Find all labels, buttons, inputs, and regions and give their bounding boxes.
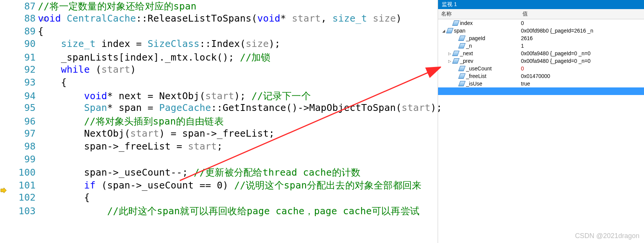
code-line[interactable]: 92 while (start) xyxy=(12,64,442,77)
code-text[interactable]: { xyxy=(38,192,90,203)
code-editor[interactable]: ⊟ 87//将一定数量的对象还给对应的span88void CentralCac… xyxy=(0,0,438,243)
code-text[interactable]: Span* span = PageCache::GetInstance()->M… xyxy=(38,102,442,113)
watch-row[interactable]: _freeList0x01470000 xyxy=(438,72,644,80)
code-line[interactable]: 96 //将对象头插到span的自由链表 xyxy=(12,115,442,128)
code-line[interactable]: 87//将一定数量的对象还给对应的span xyxy=(12,0,442,13)
line-number: 100 xyxy=(12,167,38,178)
watch-var-value: 2616 xyxy=(521,35,644,41)
watch-var-value: 0x00fd98b0 {_pageId=2616 _n xyxy=(521,28,644,34)
watch-name-cell[interactable]: _isUse xyxy=(440,81,521,87)
code-text[interactable]: { xyxy=(38,26,44,37)
watch-var-value: true xyxy=(521,81,644,87)
watch-row[interactable]: ◢span0x00fd98b0 {_pageId=2616 _n xyxy=(438,27,644,34)
watch-var-name: _pageId xyxy=(466,35,485,41)
variable-icon xyxy=(447,28,452,33)
code-line[interactable]: 95 Span* span = PageCache::GetInstance()… xyxy=(12,102,442,115)
watch-row[interactable]: _n1 xyxy=(438,42,644,50)
code-line[interactable]: 97 NextObj(start) = span->_freeList; xyxy=(12,128,442,141)
watch-var-value: 0 xyxy=(521,65,644,72)
watch-name-cell[interactable]: _freeList xyxy=(440,73,521,79)
watch-name-cell[interactable]: _pageId xyxy=(440,35,521,41)
expand-icon[interactable]: ◢ xyxy=(442,29,446,33)
variable-icon xyxy=(453,20,458,26)
code-line[interactable]: 101 if (span->_useCount == 0) //说明这个span… xyxy=(12,179,442,192)
execution-pointer-icon xyxy=(0,185,9,194)
watch-var-name: _prev xyxy=(460,58,473,64)
watch-row[interactable]: index0 xyxy=(438,19,644,27)
line-number: 93 xyxy=(12,77,38,88)
line-number: 95 xyxy=(12,102,38,113)
line-number: 94 xyxy=(12,90,38,101)
expand-icon[interactable]: ▷ xyxy=(448,59,452,63)
code-line[interactable]: 93 { xyxy=(12,77,442,90)
expand-icon[interactable]: ▷ xyxy=(448,51,452,56)
code-line[interactable]: 100 span->_useCount--; //更新被分配给thread ca… xyxy=(12,166,442,179)
code-text[interactable]: while (start) xyxy=(38,64,136,75)
variable-icon xyxy=(459,81,465,86)
line-number: 99 xyxy=(12,154,38,165)
watch-var-name: _next xyxy=(460,50,473,56)
code-line[interactable]: 98 span->_freeList = start; xyxy=(12,141,442,154)
code-text[interactable]: void CentralCache::ReleaseListToSpans(vo… xyxy=(38,13,402,24)
code-line[interactable]: 88void CentralCache::ReleaseListToSpans(… xyxy=(12,13,442,26)
code-line[interactable]: 102 { xyxy=(12,192,442,205)
watch-var-value: 0 xyxy=(521,20,644,26)
watch-var-name: span xyxy=(454,28,465,34)
watch-row[interactable]: _pageId2616 xyxy=(438,34,644,42)
code-text[interactable]: size_t index = SizeClass::Index(size); xyxy=(38,38,281,49)
code-line[interactable]: 94 void* next = NextObj(start); //记录下一个 xyxy=(12,90,442,103)
variable-icon xyxy=(459,73,465,79)
line-number: 96 xyxy=(12,116,38,127)
watch-header: 名称 值 xyxy=(438,9,644,19)
code-text[interactable]: NextObj(start) = span->_freeList; xyxy=(38,128,274,139)
line-number: 87 xyxy=(12,1,38,12)
watch-panel[interactable]: 监视 1 名称 值 index0◢span0x00fd98b0 {_pageId… xyxy=(438,0,644,243)
watch-name-cell[interactable]: ◢span xyxy=(440,28,521,34)
line-number: 101 xyxy=(12,180,38,191)
watch-var-name: _n xyxy=(466,43,472,49)
variable-icon xyxy=(459,43,465,48)
code-text[interactable]: //此时这个span就可以再回收给page cache，page cache可以… xyxy=(38,205,419,217)
code-text[interactable]: void* next = NextObj(start); //记录下一个 xyxy=(38,90,311,102)
line-number: 103 xyxy=(12,206,38,217)
watch-name-cell[interactable]: _n xyxy=(440,43,521,49)
watch-var-value: 0x00fa9480 {_pageId=0 _n=0 xyxy=(521,58,644,64)
watch-title: 监视 1 xyxy=(438,0,644,9)
watch-name-cell[interactable]: ▷_prev xyxy=(440,58,521,64)
watch-var-value: 0x00fa9480 {_pageId=0 _n=0 xyxy=(521,50,644,56)
watch-var-name: _freeList xyxy=(466,73,487,79)
code-line[interactable]: 103 //此时这个span就可以再回收给page cache，page cac… xyxy=(12,205,442,218)
watch-row[interactable]: ▷_next0x00fa9480 {_pageId=0 _n=0 xyxy=(438,50,644,57)
line-number: 92 xyxy=(12,64,38,75)
line-number: 89 xyxy=(12,26,38,37)
variable-icon xyxy=(453,51,458,56)
watch-var-value: 0x01470000 xyxy=(521,73,644,79)
code-line[interactable]: 89{ xyxy=(12,26,442,39)
line-number: 97 xyxy=(12,128,38,139)
watch-var-name: index xyxy=(460,20,472,26)
watch-var-name: _useCount xyxy=(466,65,492,72)
watch-header-name[interactable]: 名称 xyxy=(438,9,519,19)
watch-name-cell[interactable]: ▷_next xyxy=(440,50,521,56)
code-text[interactable]: //将一定数量的对象还给对应的span xyxy=(38,0,196,12)
code-text[interactable]: //将对象头插到span的自由链表 xyxy=(38,115,224,128)
code-text[interactable]: if (span->_useCount == 0) //说明这个span分配出去… xyxy=(38,179,421,192)
watch-name-cell[interactable]: _useCount xyxy=(440,65,521,72)
watch-row[interactable]: _useCount0 xyxy=(438,65,644,72)
code-text[interactable]: span->_useCount--; //更新被分配给thread cache的… xyxy=(38,166,360,179)
code-text[interactable]: span->_freeList = start; xyxy=(38,141,223,152)
watch-name-cell[interactable]: index xyxy=(440,20,521,26)
line-number: 102 xyxy=(12,192,38,203)
watch-row[interactable]: ▷_prev0x00fa9480 {_pageId=0 _n=0 xyxy=(438,57,644,65)
code-line[interactable]: 91 _spanLists[index]._mtx.lock(); //加锁 xyxy=(12,51,442,64)
watch-row[interactable] xyxy=(438,87,644,95)
code-text[interactable]: _spanLists[index]._mtx.lock(); //加锁 xyxy=(38,51,271,64)
code-line[interactable]: 90 size_t index = SizeClass::Index(size)… xyxy=(12,38,442,51)
line-number: 91 xyxy=(12,52,38,63)
code-line[interactable]: 99 xyxy=(12,154,442,167)
watch-header-value[interactable]: 值 xyxy=(519,9,644,19)
code-text[interactable]: { xyxy=(38,77,67,88)
variable-icon xyxy=(459,66,465,71)
line-number: 98 xyxy=(12,141,38,152)
watch-row[interactable]: _isUsetrue xyxy=(438,80,644,87)
